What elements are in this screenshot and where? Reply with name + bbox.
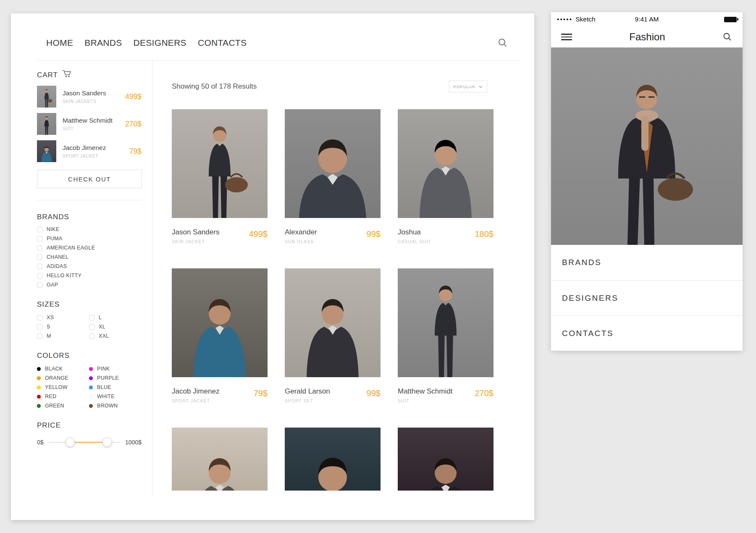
color-option-label: BROWN (97, 403, 118, 409)
product-card: Gerald Larson SPORT SET 99$ (285, 268, 381, 403)
cart-icon[interactable] (62, 70, 71, 80)
brand-option-nike[interactable]: NIKE (37, 226, 142, 232)
color-option-label: PURPLE (97, 375, 119, 381)
cart-item-category: SUIT (63, 126, 113, 131)
color-swatch (89, 404, 93, 408)
color-option-yellow[interactable]: YELLOW (37, 384, 89, 390)
brand-option-label: CHANEL (47, 254, 69, 260)
sizes-filter-list: XS S M L XL XXL (37, 311, 142, 339)
size-option-xs[interactable]: XS (37, 315, 89, 320)
size-option-label: S (47, 324, 50, 330)
price-slider-handle-high[interactable] (102, 438, 112, 447)
brand-option-gap[interactable]: GAP (37, 282, 142, 288)
nav-item-brands[interactable]: BRANDS (84, 38, 122, 48)
mobile-app-title: Fashion (572, 31, 722, 43)
color-option-blue[interactable]: BLUE (89, 384, 141, 390)
hero-photo[interactable] (551, 47, 743, 245)
price-max-label: 1000$ (125, 439, 142, 446)
checkbox[interactable] (37, 282, 42, 288)
brand-option-hello-kitty[interactable]: HELLO KITTY (37, 273, 142, 278)
carrier-label: Sketch (575, 16, 595, 23)
product-category: SKIN JACKET (172, 239, 219, 244)
checkbox[interactable] (37, 255, 42, 260)
product-photo[interactable] (398, 428, 494, 491)
top-nav: HOME BRANDS DESIGNERS CONTACTS (11, 13, 534, 60)
size-option-m[interactable]: M (37, 333, 89, 339)
checkbox[interactable] (37, 264, 42, 269)
checkbox[interactable] (37, 236, 42, 242)
product-photo[interactable] (285, 428, 381, 491)
sort-dropdown[interactable]: POPULAR (449, 81, 487, 92)
size-option-xxl[interactable]: XXL (89, 333, 141, 339)
product-card: Jacob Jimenez SPORT JACKET 79$ (172, 268, 268, 403)
sidebar-divider (37, 200, 142, 200)
checkbox[interactable] (37, 227, 42, 232)
signal-strength-icon: ●●●●● (557, 17, 572, 21)
color-option-white[interactable]: WHITE (89, 394, 141, 399)
color-option-orange[interactable]: ORANGE (37, 375, 89, 381)
search-icon[interactable] (497, 37, 508, 48)
product-photo[interactable] (285, 268, 381, 377)
checkbox[interactable] (37, 245, 42, 251)
hamburger-menu-icon[interactable] (561, 32, 572, 42)
product-photo[interactable] (285, 109, 381, 218)
nav-item-contacts[interactable]: CONTACTS (198, 38, 247, 48)
size-option-s[interactable]: S (37, 324, 89, 330)
mobile-menu-item-brands[interactable]: BRANDS (551, 245, 743, 280)
product-name: Jacob Jimenez (172, 387, 219, 396)
product-grid: Jason Sanders SKIN JACKET 499$ Alexander… (172, 109, 494, 491)
product-name: Alexander (285, 228, 317, 236)
color-option-purple[interactable]: PURPLE (89, 375, 141, 381)
nav-item-home[interactable]: HOME (46, 38, 73, 48)
product-card (285, 428, 381, 491)
price-slider-handle-low[interactable] (66, 438, 75, 447)
product-photo[interactable] (398, 109, 494, 218)
color-swatch (37, 367, 41, 371)
size-option-label: XS (47, 315, 54, 320)
size-option-label: M (47, 333, 51, 339)
brands-filter-list: NIKE PUMA AMERICAN EAGLE CHANEL ADIDAS H… (37, 226, 142, 288)
cart-item[interactable]: Jacob Jimenez SPORT JACKET 79$ (37, 140, 142, 162)
mobile-menu-item-designers[interactable]: DESIGNERS (551, 280, 743, 315)
checkbox[interactable] (37, 324, 42, 330)
checkbox[interactable] (37, 333, 42, 339)
checkbox[interactable] (37, 315, 42, 320)
size-option-l[interactable]: L (89, 315, 141, 320)
cart-item[interactable]: Matthew Schmidt SUIT 270$ (37, 113, 142, 135)
product-photo[interactable] (398, 268, 494, 377)
size-option-xl[interactable]: XL (89, 324, 141, 330)
cart-item-price: 270$ (125, 120, 142, 129)
nav-item-designers[interactable]: DESIGNERS (134, 38, 186, 48)
brand-option-american-eagle[interactable]: AMERICAN EAGLE (37, 245, 142, 251)
checkbox[interactable] (89, 333, 94, 339)
brand-option-puma[interactable]: PUMA (37, 236, 142, 242)
product-category: SUIT (398, 398, 452, 403)
price-min-label: 0$ (37, 439, 44, 446)
price-filter-title: PRICE (37, 421, 142, 430)
product-photo[interactable] (172, 109, 268, 218)
price-slider[interactable] (49, 442, 120, 443)
product-photo[interactable] (172, 428, 268, 491)
checkout-button[interactable]: CHECK OUT (37, 170, 142, 188)
search-icon[interactable] (722, 32, 732, 42)
product-price: 99$ (367, 387, 381, 398)
color-option-brown[interactable]: BROWN (89, 403, 141, 409)
checkbox[interactable] (37, 273, 42, 278)
cart-item-thumbnail (37, 86, 56, 108)
color-option-pink[interactable]: PINK (89, 366, 141, 372)
cart-item[interactable]: Jason Sanders SKIN JACKETS 499$ (37, 86, 142, 108)
product-price: 180$ (475, 228, 494, 239)
brand-option-label: ADIDAS (47, 263, 67, 269)
checkbox[interactable] (89, 324, 94, 330)
brand-option-chanel[interactable]: CHANEL (37, 254, 142, 260)
product-card: Joshua CASUAL SUIT 180$ (398, 109, 494, 244)
checkbox[interactable] (89, 315, 94, 320)
brand-option-adidas[interactable]: ADIDAS (37, 263, 142, 269)
mobile-menu-item-contacts[interactable]: CONTACTS (551, 315, 743, 351)
color-option-red[interactable]: RED (37, 394, 89, 399)
color-option-black[interactable]: BLACK (37, 366, 89, 372)
sidebar: CART Jason Sanders SKIN JACKETS 499$ (11, 60, 152, 497)
brand-option-label: GAP (47, 282, 58, 288)
color-option-green[interactable]: GREEN (37, 403, 89, 409)
product-photo[interactable] (172, 268, 268, 377)
